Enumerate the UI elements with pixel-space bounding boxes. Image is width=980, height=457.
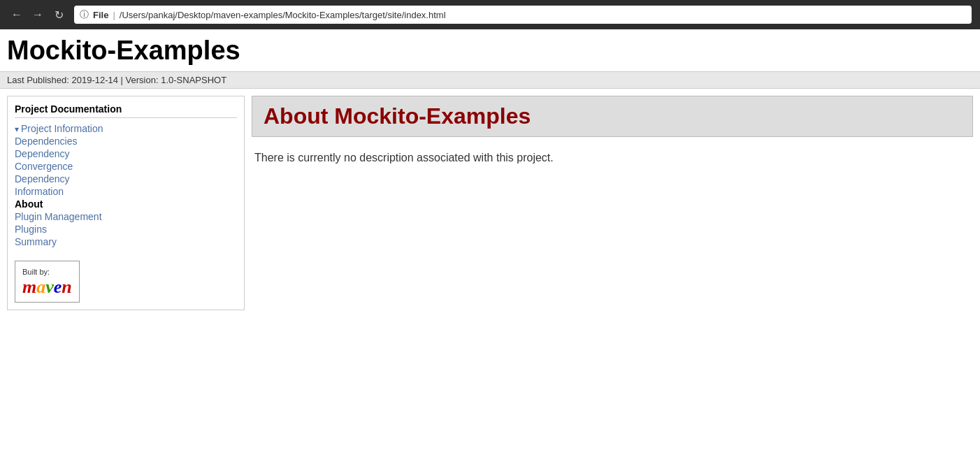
- url-divider: |: [113, 10, 115, 20]
- info-icon: ⓘ: [80, 8, 89, 21]
- page-header: Mockito-Examples: [0, 29, 980, 71]
- sidebar-item-label: Plugins: [15, 224, 47, 235]
- content-heading: About Mockito-Examples: [264, 103, 961, 129]
- sidebar-item-dependency[interactable]: Dependency: [15, 148, 70, 159]
- content-heading-box: About Mockito-Examples: [252, 96, 973, 137]
- maven-letter-v: v: [45, 277, 54, 297]
- sidebar-item-label: Summary: [15, 236, 57, 247]
- forward-button[interactable]: →: [29, 8, 46, 21]
- main-layout: Project Documentation ▾Project Informati…: [0, 89, 980, 317]
- url-text: /Users/pankaj/Desktop/maven-examples/Moc…: [120, 10, 446, 20]
- maven-logo: maven: [22, 277, 72, 298]
- sidebar-nav: ▾Project Information Dependencies Depend…: [15, 122, 237, 248]
- refresh-button[interactable]: ↻: [50, 8, 67, 22]
- content-area: About Mockito-Examples There is currentl…: [252, 96, 973, 166]
- sidebar-item-plugin-management[interactable]: Plugin Management: [15, 211, 102, 222]
- sidebar-item-project-information[interactable]: ▾Project Information: [15, 123, 103, 134]
- list-item: About: [15, 198, 237, 210]
- sidebar-item-label: Plugin Management: [15, 211, 102, 222]
- content-description: There is currently no description associ…: [252, 150, 973, 166]
- built-by-label: Built by:: [22, 268, 50, 276]
- list-item: ▾Project Information: [15, 122, 237, 135]
- list-item: Plugin Management: [15, 210, 237, 223]
- maven-letter-m: m: [22, 277, 36, 297]
- list-item: Dependencies: [15, 135, 237, 147]
- triangle-icon: ▾: [15, 124, 19, 134]
- sidebar-item-label: Dependency: [15, 173, 70, 184]
- sidebar-item-summary[interactable]: Summary: [15, 236, 57, 247]
- sidebar-section-title: Project Documentation: [15, 103, 237, 118]
- sidebar-item-label: Convergence: [15, 161, 73, 172]
- maven-badge: Built by: maven: [15, 261, 80, 303]
- sidebar-item-label: Dependencies: [15, 136, 78, 147]
- back-button[interactable]: ←: [8, 8, 25, 21]
- file-label: File: [93, 10, 108, 20]
- sidebar: Project Documentation ▾Project Informati…: [7, 96, 245, 310]
- sidebar-item-dependency2[interactable]: Dependency: [15, 173, 70, 184]
- browser-chrome: ← → ↻ ⓘ File | /Users/pankaj/Desktop/mav…: [0, 0, 980, 29]
- address-bar[interactable]: ⓘ File | /Users/pankaj/Desktop/maven-exa…: [74, 6, 972, 24]
- list-item: Information: [15, 185, 237, 198]
- sidebar-item-information[interactable]: Information: [15, 186, 64, 197]
- meta-bar: Last Published: 2019-12-14 | Version: 1.…: [0, 71, 980, 89]
- browser-nav: ← → ↻: [8, 8, 67, 22]
- maven-letter-a: a: [36, 277, 45, 297]
- sidebar-item-label: Dependency: [15, 148, 70, 159]
- list-item: Dependency: [15, 147, 237, 160]
- maven-logo-text: maven: [22, 277, 72, 298]
- sidebar-item-about: About: [15, 198, 43, 210]
- sidebar-item-label: Information: [15, 186, 64, 197]
- list-item: Convergence: [15, 160, 237, 173]
- meta-text: Last Published: 2019-12-14 | Version: 1.…: [7, 75, 226, 85]
- sidebar-item-convergence[interactable]: Convergence: [15, 161, 73, 172]
- list-item: Summary: [15, 235, 237, 248]
- maven-letter-e: e: [54, 277, 62, 297]
- maven-letter-n: n: [62, 277, 71, 297]
- list-item: Plugins: [15, 223, 237, 235]
- page-title: Mockito-Examples: [7, 35, 973, 67]
- sidebar-item-label: Project Information: [21, 123, 103, 134]
- sidebar-item-dependencies[interactable]: Dependencies: [15, 136, 78, 147]
- sidebar-item-plugins[interactable]: Plugins: [15, 224, 47, 235]
- list-item: Dependency: [15, 173, 237, 185]
